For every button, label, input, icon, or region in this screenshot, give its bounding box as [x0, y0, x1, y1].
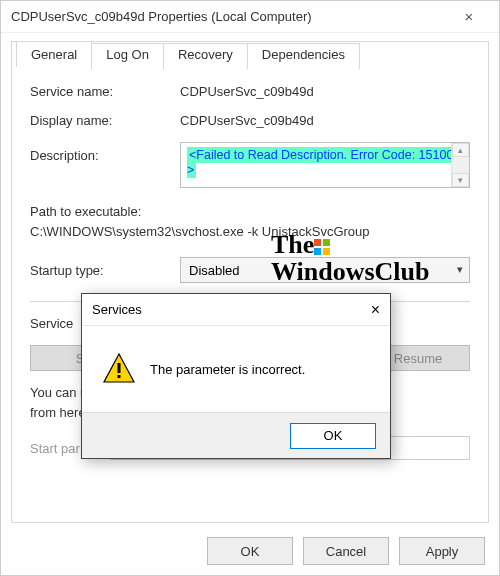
cancel-button[interactable]: Cancel	[303, 537, 389, 565]
svg-rect-3	[323, 248, 330, 255]
svg-rect-5	[118, 363, 121, 373]
svg-rect-6	[118, 375, 121, 378]
service-name-value: CDPUserSvc_c09b49d	[180, 84, 314, 99]
svg-rect-1	[323, 239, 330, 246]
path-label: Path to executable:	[30, 202, 470, 222]
error-close-icon[interactable]: ×	[350, 301, 380, 319]
display-name-label: Display name:	[30, 113, 180, 128]
description-box: <Failed to Read Description. Error Code:…	[180, 142, 470, 188]
display-name-value: CDPUserSvc_c09b49d	[180, 113, 314, 128]
chevron-down-icon: ▾	[457, 263, 463, 276]
watermark: The WindowsClub	[271, 231, 430, 286]
error-dialog: Services × The parameter is incorrect. O…	[81, 293, 391, 459]
svg-rect-0	[314, 239, 321, 246]
apply-button[interactable]: Apply	[399, 537, 485, 565]
close-icon[interactable]: ×	[449, 8, 489, 25]
error-titlebar: Services ×	[82, 294, 390, 326]
svg-rect-2	[314, 248, 321, 255]
description-scrollbar[interactable]: ▴ ▾	[451, 143, 469, 187]
ok-button[interactable]: OK	[207, 537, 293, 565]
startup-type-label: Startup type:	[30, 263, 180, 278]
warning-icon	[102, 352, 136, 386]
properties-window: CDPUserSvc_c09b49d Properties (Local Com…	[0, 0, 500, 576]
description-label: Description:	[30, 142, 180, 163]
error-ok-button[interactable]: OK	[290, 423, 376, 449]
tab-general[interactable]: General	[16, 41, 92, 67]
windows-logo-icon	[314, 233, 330, 249]
startup-type-value: Disabled	[189, 263, 240, 278]
scroll-up-icon[interactable]: ▴	[452, 143, 469, 157]
scroll-down-icon[interactable]: ▾	[452, 173, 469, 187]
error-title: Services	[92, 302, 350, 317]
error-message: The parameter is incorrect.	[150, 362, 305, 377]
tab-strip: General Log On Recovery Dependencies	[16, 41, 488, 67]
tab-recovery[interactable]: Recovery	[163, 43, 248, 69]
tab-dependencies[interactable]: Dependencies	[247, 43, 360, 69]
window-title: CDPUserSvc_c09b49d Properties (Local Com…	[11, 9, 449, 24]
service-name-label: Service name:	[30, 84, 180, 99]
tab-logon[interactable]: Log On	[91, 43, 164, 69]
description-value: <Failed to Read Description. Error Code:…	[187, 147, 453, 178]
titlebar: CDPUserSvc_c09b49d Properties (Local Com…	[1, 1, 499, 33]
dialog-buttons: OK Cancel Apply	[207, 537, 485, 565]
